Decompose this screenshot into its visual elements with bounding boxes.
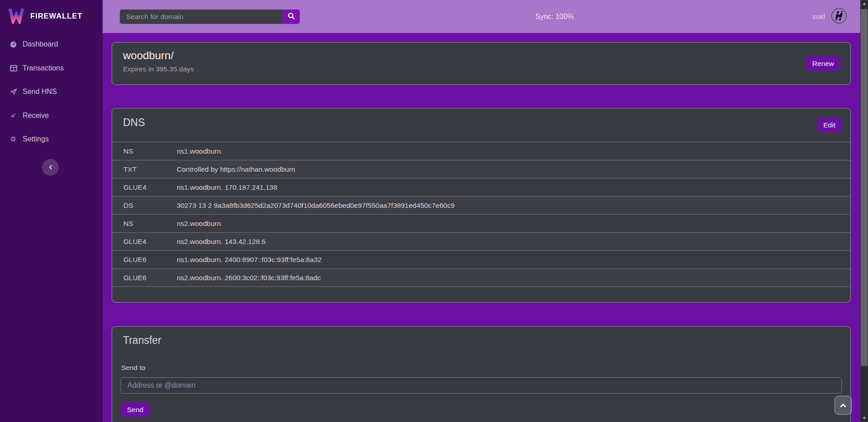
settings-icon: ⚙︎ bbox=[9, 135, 18, 143]
sidebar-item-transactions[interactable]: Transactions bbox=[0, 56, 103, 80]
transfer-card-title: Transfer bbox=[123, 334, 850, 347]
scrollbar-thumb[interactable] bbox=[861, 9, 868, 366]
dns-record-row: TXT Controlled by https://nathan.woodbur… bbox=[112, 160, 850, 178]
search-input[interactable] bbox=[120, 9, 283, 24]
sidebar-item-receive[interactable]: Receive bbox=[0, 104, 103, 128]
domain-name: woodburn/ bbox=[123, 49, 840, 62]
dns-record-type: GLUE4 bbox=[112, 183, 177, 192]
dns-records-table: NS ns1.woodburn. TXT Controlled by https… bbox=[112, 142, 850, 287]
dns-record-value: ns1.woodburn. 170.187.241.138 bbox=[177, 183, 277, 192]
dns-record-row: DS 30273 13 2 9a3a8fb3d625d2a2073d740f10… bbox=[112, 196, 850, 214]
page-scrollbar[interactable] bbox=[860, 0, 868, 422]
scrollbar-up-arrow[interactable] bbox=[860, 0, 868, 8]
search-icon bbox=[288, 12, 295, 21]
dashboard-icon bbox=[9, 41, 18, 48]
send-icon bbox=[9, 88, 18, 95]
chevron-left-icon bbox=[48, 164, 53, 172]
sidebar-item-send-hns[interactable]: Send HNS bbox=[0, 80, 103, 104]
dns-record-type: GLUE4 bbox=[112, 238, 177, 246]
search-button[interactable] bbox=[283, 9, 300, 24]
send-to-label: Send to bbox=[121, 364, 145, 372]
scroll-to-top-button[interactable] bbox=[835, 396, 852, 415]
sidebar: FIREWALLET Dashboard Transactions Send H… bbox=[0, 0, 103, 422]
dns-card-title: DNS bbox=[123, 117, 850, 129]
dns-record-value: ns1.woodburn. 2400:8907::f03c:93ff:fe5a:… bbox=[177, 256, 321, 264]
dns-record-value: ns2.woodburn. 2600:3c02::f03c:93ff:fe5a:… bbox=[177, 274, 321, 282]
dns-record-type: NS bbox=[112, 220, 177, 228]
transfer-card: Transfer Send to Send bbox=[112, 326, 851, 422]
send-button[interactable]: Send bbox=[121, 403, 150, 417]
app-title: FIREWALLET bbox=[30, 12, 82, 20]
dns-record-value: Controlled by https://nathan.woodburn bbox=[177, 165, 295, 173]
receive-icon bbox=[9, 112, 18, 119]
renew-button[interactable]: Renew bbox=[806, 56, 840, 71]
edit-dns-button[interactable]: Edit bbox=[817, 118, 842, 132]
triangle-up-icon bbox=[863, 3, 866, 5]
wallet-selector[interactable]: cold bbox=[812, 0, 847, 33]
dns-record-row: GLUE4 ns1.woodburn. 170.187.241.138 bbox=[112, 178, 850, 196]
dns-record-row: GLUE6 ns1.woodburn. 2400:8907::f03c:93ff… bbox=[112, 250, 850, 268]
sidebar-nav: Dashboard Transactions Send HNS Receive … bbox=[0, 33, 103, 151]
dns-record-value: ns1.woodburn. bbox=[177, 147, 223, 155]
dns-record-row: NS ns2.woodburn. bbox=[112, 214, 850, 232]
handshake-icon bbox=[831, 8, 847, 26]
dns-record-row: GLUE6 ns2.woodburn. 2600:3c02::f03c:93ff… bbox=[112, 268, 850, 286]
transfer-address-input[interactable] bbox=[121, 377, 842, 394]
dns-record-row: NS ns1.woodburn. bbox=[112, 142, 850, 160]
transactions-icon bbox=[9, 65, 18, 71]
domain-card: woodburn/ Expires in 395.35 days Renew bbox=[112, 42, 851, 85]
topbar: Sync: 100% cold bbox=[103, 0, 860, 33]
sidebar-item-label: Dashboard bbox=[23, 40, 58, 48]
sidebar-item-label: Settings bbox=[23, 135, 49, 143]
domain-expiry: Expires in 395.35 days bbox=[123, 65, 840, 73]
sidebar-item-dashboard[interactable]: Dashboard bbox=[0, 33, 103, 56]
sync-status: Sync: 100% bbox=[535, 0, 574, 33]
dns-record-type: GLUE6 bbox=[112, 274, 177, 282]
sidebar-item-label: Send HNS bbox=[23, 88, 57, 96]
app-logo[interactable]: FIREWALLET bbox=[0, 0, 103, 26]
scrollbar-down-arrow[interactable] bbox=[860, 414, 868, 422]
wallet-name: cold bbox=[812, 13, 825, 20]
dns-card: DNS Edit NS ns1.woodburn. TXT Controlled… bbox=[112, 108, 851, 303]
dns-record-value: 30273 13 2 9a3a8fb3d625d2a2073d740f10da6… bbox=[177, 202, 455, 210]
dns-record-type: TXT bbox=[112, 165, 177, 173]
sidebar-item-label: Receive bbox=[23, 112, 49, 120]
sidebar-item-label: Transactions bbox=[23, 64, 64, 72]
chevron-up-icon bbox=[840, 401, 846, 409]
dns-record-type: NS bbox=[112, 147, 177, 155]
dns-record-row: GLUE4 ns2.woodburn. 143.42.128.6 bbox=[112, 232, 850, 250]
firewallet-logo-icon bbox=[7, 6, 25, 26]
dns-record-type: DS bbox=[112, 202, 177, 210]
triangle-down-icon bbox=[863, 417, 866, 419]
dns-record-type: GLUE6 bbox=[112, 256, 177, 264]
dns-record-value: ns2.woodburn. 143.42.128.6 bbox=[177, 238, 266, 246]
sidebar-item-settings[interactable]: ⚙︎ Settings bbox=[0, 127, 103, 151]
domain-search bbox=[120, 9, 300, 24]
sidebar-collapse-button[interactable] bbox=[42, 159, 59, 176]
dns-record-value: ns2.woodburn. bbox=[177, 220, 223, 228]
